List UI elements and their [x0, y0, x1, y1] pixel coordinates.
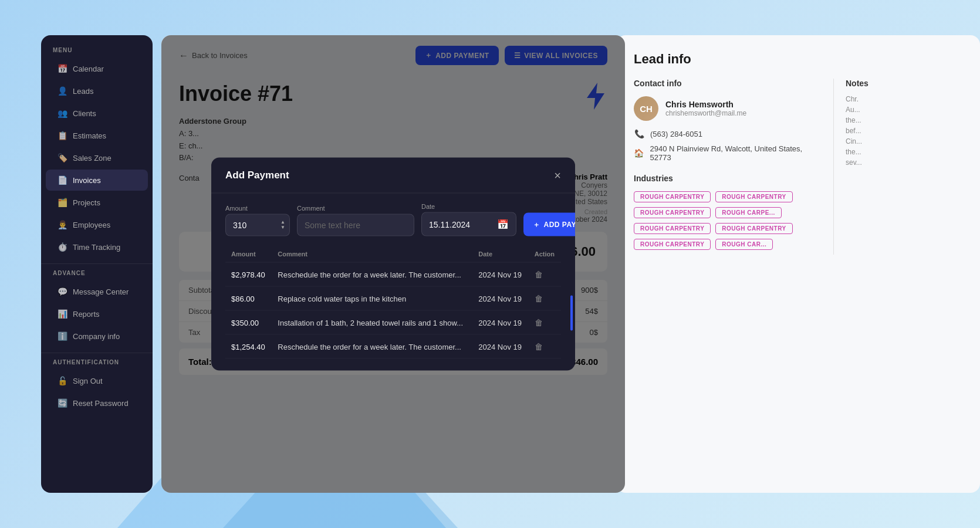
stepper-down-icon[interactable]: ▼	[281, 225, 285, 230]
stepper-arrows: ▲ ▼	[281, 220, 285, 230]
reset-password-icon: 🔄	[58, 398, 67, 408]
modal-overlay[interactable]: Add Payment × Amount ▲ ▼ Comment	[161, 35, 625, 493]
row-action: 🗑	[529, 334, 561, 358]
company-info-icon: ℹ️	[58, 331, 67, 341]
comment-input[interactable]	[297, 214, 414, 236]
delete-icon[interactable]: 🗑	[535, 342, 543, 351]
industry-row-1: ROUGH CARPENTRY ROUGH CARPENTRY ROUGH CA…	[634, 191, 822, 218]
lead-panel: Lead info Contact info CH Chris Hemswort…	[616, 35, 980, 493]
contact-phone: (563) 284-6051	[650, 130, 702, 138]
table-row: $350.00 Installation of 1 bath, 2 heated…	[225, 310, 561, 334]
sidebar-item-leads[interactable]: 👤 Leads	[46, 80, 148, 101]
lead-info-inner: Contact info CH Chris Hemsworth chrishem…	[634, 79, 962, 255]
sidebar-item-label: Sign Out	[73, 377, 103, 385]
contact-email: chrishemsworth@mail.me	[665, 109, 746, 117]
sidebar-item-label: Reports	[73, 310, 100, 319]
address-icon: 🏠	[634, 148, 644, 158]
sidebar-item-company-info[interactable]: ℹ️ Company info	[46, 326, 148, 347]
industry-tag: ROUGH CAR...	[715, 239, 773, 250]
modal-add-payment-button[interactable]: ＋ ADD PAYMENT	[523, 213, 575, 236]
sidebar-item-label: Time Tracking	[73, 243, 120, 252]
clients-icon: 👥	[58, 109, 67, 118]
sidebar-item-sales-zone[interactable]: 🏷️ Sales Zone	[46, 147, 148, 168]
col-amount: Amount	[225, 246, 272, 263]
stepper-up-icon[interactable]: ▲	[281, 220, 285, 225]
amount-label: Amount	[225, 205, 290, 212]
sidebar-item-time-tracking[interactable]: ⏱️ Time Tracking	[46, 236, 148, 258]
sidebar: MENU 📅 Calendar 👤 Leads 👥 Clients 📋 Esti…	[41, 35, 153, 493]
sidebar-item-estimates[interactable]: 📋 Estimates	[46, 125, 148, 146]
contact-name: Chris Hemsworth	[665, 100, 746, 109]
row-comment: Reschedule the order for a week later. T…	[272, 262, 472, 286]
sidebar-item-invoices[interactable]: 📄 Invoices	[46, 170, 148, 191]
amount-group: Amount ▲ ▼	[225, 205, 290, 236]
projects-icon: 🗂️	[58, 198, 67, 207]
sidebar-item-sign-out[interactable]: 🔓 Sign Out	[46, 370, 148, 391]
date-input[interactable]	[429, 219, 494, 229]
modal-title: Add Payment	[225, 170, 289, 181]
table-row: $1,254.40 Reschedule the order for a wee…	[225, 334, 561, 358]
time-tracking-icon: ⏱️	[58, 242, 67, 252]
industry-tag: ROUGH CARPENTRY	[715, 191, 792, 202]
sales-zone-icon: 🏷️	[58, 153, 67, 163]
industry-tag: ROUGH CARPE...	[715, 207, 781, 218]
menu-label: MENU	[41, 47, 153, 53]
notes-text: Chr.Au...the...bef...Cin...the...sev...	[846, 94, 962, 168]
table-row: $86.00 Replace cold water taps in the ki…	[225, 286, 561, 310]
industry-tag: ROUGH CARPENTRY	[715, 223, 792, 234]
leads-icon: 👤	[58, 86, 67, 96]
sidebar-item-projects[interactable]: 🗂️ Projects	[46, 192, 148, 213]
industry-tags: Industries ROUGH CARPENTRY ROUGH CARPENT…	[634, 174, 822, 250]
sidebar-item-clients[interactable]: 👥 Clients	[46, 103, 148, 124]
delete-icon[interactable]: 🗑	[535, 270, 543, 279]
sidebar-item-label: Estimates	[73, 131, 106, 140]
sidebar-item-reports[interactable]: 📊 Reports	[46, 303, 148, 324]
estimates-icon: 📋	[58, 131, 67, 140]
reports-icon: 📊	[58, 309, 67, 319]
phone-icon: 📞	[634, 129, 644, 138]
sidebar-item-label: Leads	[73, 87, 93, 96]
payments-table: Amount Comment Date Action $2,978.40 Res…	[225, 246, 561, 359]
sidebar-item-employees[interactable]: 👨‍💼 Employees	[46, 214, 148, 235]
row-amount: $86.00	[225, 286, 272, 310]
table-row: $2,978.40 Reschedule the order for a wee…	[225, 262, 561, 286]
contact-address: 2940 N Plainview Rd, Walcott, United Sta…	[650, 144, 822, 162]
scroll-bar	[570, 296, 573, 331]
comment-group: Comment	[297, 205, 414, 236]
invoice-panel: ← Back to Invoices ＋ ADD PAYMENT ☰ VIEW …	[161, 35, 625, 493]
industry-tag: ROUGH CARPENTRY	[634, 191, 711, 202]
col-date: Date	[472, 246, 528, 263]
invoices-icon: 📄	[58, 175, 67, 185]
contact-address-row: 🏠 2940 N Plainview Rd, Walcott, United S…	[634, 144, 822, 162]
contact-info-label: Contact info	[634, 79, 822, 88]
amount-stepper-wrap: ▲ ▼	[225, 214, 290, 236]
modal-table-wrap: Amount Comment Date Action $2,978.40 Res…	[211, 246, 575, 371]
row-action: 🗑	[529, 262, 561, 286]
modal-inputs: Amount ▲ ▼ Comment Date	[211, 194, 575, 246]
sidebar-item-label: Employees	[73, 221, 110, 229]
add-payment-modal: Add Payment × Amount ▲ ▼ Comment	[211, 158, 575, 371]
delete-icon[interactable]: 🗑	[535, 318, 543, 327]
calendar-icon: 📅	[58, 64, 67, 73]
row-comment: Reschedule the order for a week later. T…	[272, 334, 472, 358]
comment-label: Comment	[297, 205, 414, 212]
sidebar-item-label: Company info	[73, 332, 120, 341]
contact-info-col: Contact info CH Chris Hemsworth chrishem…	[634, 79, 833, 255]
row-amount: $1,254.40	[225, 334, 272, 358]
sidebar-item-reset-password[interactable]: 🔄 Reset Password	[46, 392, 148, 414]
sidebar-item-message-center[interactable]: 💬 Message Center	[46, 281, 148, 302]
row-amount: $2,978.40	[225, 262, 272, 286]
row-date: 2024 Nov 19	[472, 286, 528, 310]
date-group: Date 📅	[421, 203, 516, 236]
sign-out-icon: 🔓	[58, 376, 67, 385]
industry-tag: ROUGH CARPENTRY	[634, 223, 711, 234]
sidebar-item-calendar[interactable]: 📅 Calendar	[46, 58, 148, 79]
avatar: CH	[634, 96, 658, 121]
date-label: Date	[421, 203, 516, 210]
calendar-icon[interactable]: 📅	[497, 219, 509, 230]
modal-close-button[interactable]: ×	[554, 170, 561, 181]
delete-icon[interactable]: 🗑	[535, 294, 543, 303]
col-comment: Comment	[272, 246, 472, 263]
row-action: 🗑	[529, 310, 561, 334]
sidebar-item-label: Calendar	[73, 65, 104, 73]
